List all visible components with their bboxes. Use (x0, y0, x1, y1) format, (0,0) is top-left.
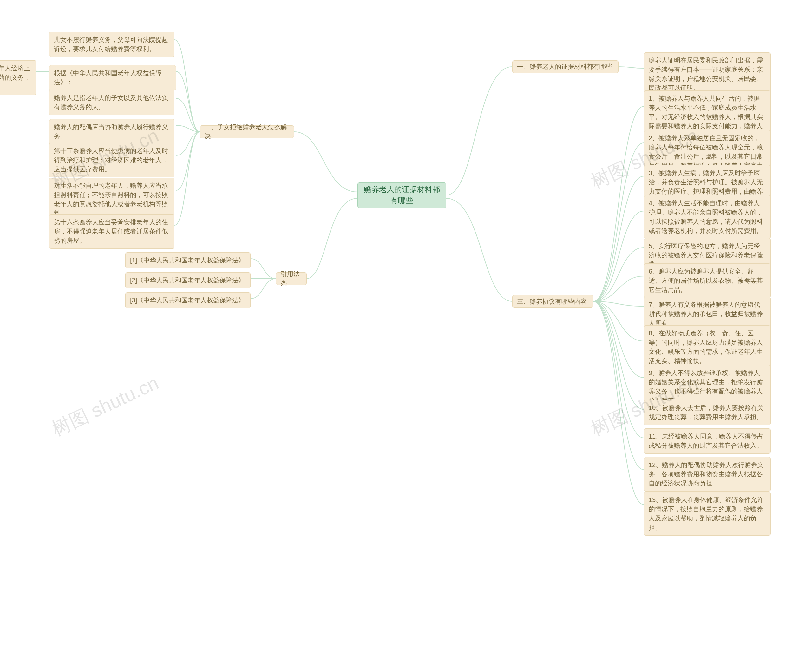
branch-label: 二、子女拒绝赡养老人怎么解决 (205, 122, 289, 141)
leaf-law-art14[interactable]: 第十四条赡养人应当履行对老年人经济上供养、生活上照料和精神上慰藉的义务，照顾老年… (0, 60, 37, 95)
leaf-refuse-7[interactable]: 第十六条赡养人应当妥善安排老年人的住房，不得强迫老年人居住或者迁居条件低劣的房屋… (49, 214, 174, 249)
leaf-ref-3[interactable]: [3]《中华人民共和国老年人权益保障法》 (125, 292, 250, 309)
leaf-label: 6、赡养人应为被赡养人提供安全、舒适、方便的居住场所以及衣物、被褥等其它生活用品… (649, 268, 763, 293)
leaf-agreement-6[interactable]: 6、赡养人应为被赡养人提供安全、舒适、方便的居住场所以及衣物、被褥等其它生活用品… (644, 263, 771, 298)
leaf-label: 赡养人是指老年人的子女以及其他依法负有赡养义务的人。 (54, 94, 168, 110)
leaf-label: [2]《中华人民共和国老年人权益保障法》 (130, 277, 245, 284)
leaf-label: 4、被赡养人生活不能自理时，由赡养人护理。赡养人不能亲自照料被赡养人的，可以按照… (649, 200, 763, 234)
branch-label: 一、赡养老人的证据材料都有哪些 (517, 62, 612, 71)
leaf-agreement-13[interactable]: 13、被赡养人在身体健康、经济条件允许的情况下，按照自愿量力的原则，给赡养人及家… (644, 492, 771, 535)
leaf-refuse-3[interactable]: 赡养人是指老年人的子女以及其他依法负有赡养义务的人。 (49, 90, 174, 115)
leaf-agreement-10[interactable]: 10、被赡养人去世后，赡养人要按照有关规定办理丧葬，丧葬费用由赡养人承担。 (644, 400, 771, 425)
leaf-label: 7、赡养人有义务根据被赡养人的意愿代耕代种被赡养人的承包田，收益归被赡养人所有。 (649, 301, 763, 326)
branch-label: 三、赡养协议有哪些内容 (517, 297, 587, 306)
leaf-agreement-4[interactable]: 4、被赡养人生活不能自理时，由赡养人护理。赡养人不能亲自照料被赡养人的，可以按照… (644, 195, 771, 239)
branch-support-agreement[interactable]: 三、赡养协议有哪些内容 (512, 295, 593, 308)
leaf-agreement-11[interactable]: 11、未经被赡养人同意，赡养人不得侵占或私分被赡养人的财产及其它合法收入。 (644, 428, 771, 454)
leaf-label: 第十六条赡养人应当妥善安排老年人的住房，不得强迫老年人居住或者迁居条件低劣的房屋… (54, 219, 168, 244)
sub-law-basis[interactable]: 根据《中华人民共和国老年人权益保障法》： (49, 65, 176, 90)
leaf-refuse-4[interactable]: 赡养人的配偶应当协助赡养人履行赡养义务。 (49, 119, 174, 144)
branch-label: 引用法条 (281, 269, 302, 288)
leaf-label: [3]《中华人民共和国老年人权益保障法》 (130, 297, 245, 304)
leaf-label: 儿女不履行赡养义务，父母可向法院提起诉讼，要求儿女付给赡养费等权利。 (54, 36, 168, 52)
leaf-label: [1]《中华人民共和国老年人权益保障法》 (130, 257, 245, 264)
leaf-label: 12、赡养人的配偶协助赡养人履行赡养义务。各项赡养费用和物资由赡养人根据各自的经… (649, 461, 763, 487)
leaf-ref-1[interactable]: [1]《中华人民共和国老年人权益保障法》 (125, 252, 250, 268)
leaf-evidence-detail[interactable]: 赡养人证明在居民委和民政部门出据，需要手续得有户口本——证明家庭关系；亲缘关系证… (644, 52, 771, 96)
branch-evidence-materials[interactable]: 一、赡养老人的证据材料都有哪些 (512, 60, 618, 73)
leaf-label: 11、未经被赡养人同意，赡养人不得侵占或私分被赡养人的财产及其它合法收入。 (649, 433, 763, 449)
leaf-ref-2[interactable]: [2]《中华人民共和国老年人权益保障法》 (125, 272, 250, 288)
leaf-label: 根据《中华人民共和国老年人权益保障法》： (54, 69, 162, 86)
leaf-label: 9、赡养人不得以放弃继承权、被赡养人的婚姻关系变化或其它理由，拒绝发行赡养义务，… (649, 369, 763, 404)
leaf-label: 第十四条赡养人应当履行对老年人经济上供养、生活上照料和精神上慰藉的义务，照顾老年… (0, 65, 30, 90)
leaf-label: 8、在做好物质赡养（衣、食、住、医等）的同时，赡养人应尽力满足被赡养人文化、娱乐… (649, 330, 763, 364)
branch-law-refs[interactable]: 引用法条 (276, 272, 307, 285)
leaf-label: 赡养人证明在居民委和民政部门出据，需要手续得有户口本——证明家庭关系；亲缘关系证… (649, 57, 763, 92)
leaf-label: 赡养人的配偶应当协助赡养人履行赡养义务。 (54, 124, 168, 140)
root-node[interactable]: 赡养老人的证据材料都有哪些 (357, 182, 446, 208)
branch-children-refuse[interactable]: 二、子女拒绝赡养老人怎么解决 (200, 125, 294, 138)
leaf-label: 13、被赡养人在身体健康、经济条件允许的情况下，按照自愿量力的原则，给赡养人及家… (649, 496, 763, 531)
leaf-refuse-1[interactable]: 儿女不履行赡养义务，父母可向法院提起诉讼，要求儿女付给赡养费等权利。 (49, 32, 174, 57)
leaf-label: 10、被赡养人去世后，赡养人要按照有关规定办理丧葬，丧葬费用由赡养人承担。 (649, 404, 763, 421)
leaf-agreement-12[interactable]: 12、赡养人的配偶协助赡养人履行赡养义务。各项赡养费用和物资由赡养人根据各自的经… (644, 457, 771, 491)
leaf-label: 对生活不能自理的老年人，赡养人应当承担照料责任；不能亲自照料的，可以按照老年人的… (54, 182, 168, 217)
watermark: 树图 shutu.cn (47, 370, 163, 442)
leaf-label: 第十五条赡养人应当使患病的老年人及时得到治疗和护理；对经济困难的老年人，应当提供… (54, 147, 168, 173)
root-label: 赡养老人的证据材料都有哪些 (362, 184, 441, 206)
leaf-agreement-8[interactable]: 8、在做好物质赡养（衣、食、住、医等）的同时，赡养人应尽力满足被赡养人文化、娱乐… (644, 325, 771, 369)
leaf-refuse-5[interactable]: 第十五条赡养人应当使患病的老年人及时得到治疗和护理；对经济困难的老年人，应当提供… (49, 143, 174, 177)
